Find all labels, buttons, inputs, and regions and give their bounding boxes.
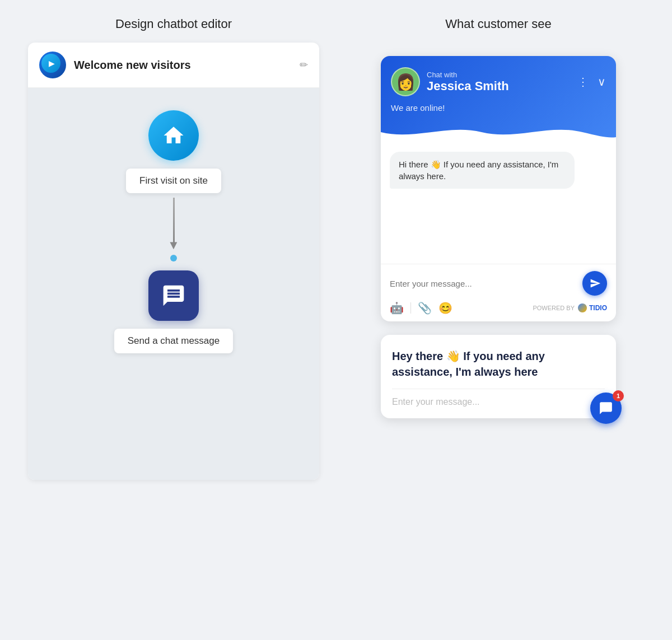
bot-toolbar-icon[interactable]: 🤖 <box>390 301 404 315</box>
emoji-toolbar-icon[interactable]: 😊 <box>438 301 452 315</box>
trigger-node-label: First visit on site <box>126 169 221 193</box>
online-status: We are online! <box>391 103 606 113</box>
trigger-node-icon[interactable] <box>148 110 199 161</box>
chat-header: 👩 Chat with Jessica Smith ⋮ ∨ We are onl… <box>381 56 616 141</box>
connector-dot <box>170 255 177 261</box>
left-section-title: Design chatbot editor <box>115 17 232 31</box>
chat-icon <box>161 283 186 308</box>
editor-card: ▶ Welcome new visitors ✏ First visit on … <box>28 43 319 480</box>
toolbar-divider <box>410 302 411 314</box>
more-options-icon[interactable]: ⋮ <box>577 75 589 88</box>
tidio-brand: TIDIO <box>589 304 607 312</box>
fab-notification-badge: 1 <box>613 390 624 401</box>
chat-fab-button[interactable]: 1 <box>590 393 622 424</box>
agent-info: Chat with Jessica Smith <box>427 71 571 94</box>
editor-canvas: First visit on site ▼ Send a chat messag… <box>28 88 319 480</box>
chat-input-row <box>390 271 607 296</box>
tidio-logo: TIDIO <box>578 303 607 312</box>
home-icon <box>162 124 185 147</box>
preview-input-placeholder: Enter your message... <box>392 397 605 407</box>
logo-inner: ▶ <box>41 54 60 73</box>
editor-header: ▶ Welcome new visitors ✏ <box>28 43 319 88</box>
left-panel: Design chatbot editor ▶ Welcome new visi… <box>22 17 325 480</box>
action-node-label: Send a chat message <box>114 329 233 353</box>
chat-with-label: Chat with <box>427 71 571 79</box>
send-button[interactable] <box>582 271 607 296</box>
right-section-title: What customer see <box>445 17 552 31</box>
agent-name: Jessica Smith <box>427 79 571 94</box>
chat-widget: 👩 Chat with Jessica Smith ⋮ ∨ We are onl… <box>381 56 616 321</box>
powered-by: POWERED BY TIDIO <box>533 303 607 312</box>
action-node-icon[interactable] <box>148 270 199 321</box>
connector: ▼ <box>167 198 180 261</box>
header-actions: ⋮ ∨ <box>577 75 606 88</box>
chevron-down-icon[interactable]: ∨ <box>598 75 606 88</box>
arrow-down-icon: ▼ <box>167 238 180 253</box>
play-icon: ▶ <box>49 59 55 68</box>
chat-footer: 🤖 📎 😊 POWERED BY TIDIO <box>381 264 616 321</box>
tidio-dot <box>578 303 587 312</box>
editor-title: Welcome new visitors <box>74 59 292 72</box>
bottom-preview-card: Hey there 👋 If you need any assistance, … <box>381 335 616 418</box>
agent-avatar: 👩 <box>391 67 420 96</box>
send-icon <box>590 278 601 289</box>
preview-divider <box>392 389 605 389</box>
chat-header-top: 👩 Chat with Jessica Smith ⋮ ∨ <box>391 67 606 96</box>
right-panel: What customer see 👩 Chat with Jessica Sm… <box>347 17 650 418</box>
chat-fab-icon <box>599 401 613 415</box>
chat-message-input[interactable] <box>390 279 578 288</box>
toolbar-row: 🤖 📎 😊 POWERED BY TIDIO <box>390 301 607 315</box>
connector-line <box>173 198 175 242</box>
message-bubble: Hi there 👋 If you need any assistance, I… <box>390 152 575 189</box>
preview-message: Hey there 👋 If you need any assistance, … <box>392 348 605 380</box>
attach-toolbar-icon[interactable]: 📎 <box>418 301 432 315</box>
chat-body: Hi there 👋 If you need any assistance, I… <box>381 141 616 264</box>
powered-by-label: POWERED BY <box>533 305 575 311</box>
edit-icon[interactable]: ✏ <box>300 59 308 71</box>
logo-icon: ▶ <box>39 52 66 78</box>
main-layout: Design chatbot editor ▶ Welcome new visi… <box>22 17 650 480</box>
chat-wave <box>381 124 616 141</box>
